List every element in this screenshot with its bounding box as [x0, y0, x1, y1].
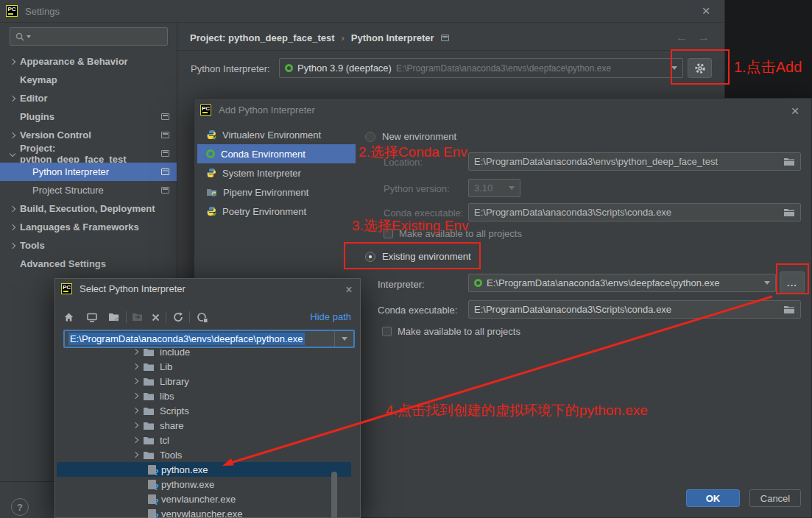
existing-interpreter-combobox[interactable]: E:\ProgramData\anaconda3\envs\deepface\p… — [468, 274, 776, 292]
folder-icon — [143, 362, 155, 372]
env-type-virtualenv[interactable]: Virtualenv Environment — [197, 125, 356, 144]
new-folder-icon[interactable] — [105, 308, 123, 326]
env-type-system[interactable]: System Interpreter — [197, 163, 356, 182]
interpreter-combobox[interactable]: Python 3.9 (deepface) E:\ProgramData\ana… — [279, 58, 683, 78]
conda-env-icon — [474, 279, 482, 287]
settings-page-icon — [161, 113, 169, 120]
radio-selected-icon[interactable] — [365, 252, 375, 262]
location-field[interactable]: E:\ProgramData\anaconda3\envs\python_dee… — [468, 152, 801, 171]
existing-environment-option[interactable]: Existing environment — [365, 251, 471, 262]
tree-item-lib[interactable]: Lib — [57, 359, 351, 374]
expand-right-icon — [133, 437, 138, 443]
conda-executable-label-2: Conda executable: — [378, 305, 457, 316]
breadcrumb-page: Python Interpreter — [351, 32, 434, 43]
env-type-conda[interactable]: Conda Environment — [197, 144, 356, 163]
conda-executable-label: Conda executable: — [384, 207, 463, 219]
env-type-pipenv[interactable]: Pipenv Environment — [197, 182, 356, 202]
chevron-down-icon[interactable] — [764, 281, 770, 285]
folder-browse-icon[interactable] — [783, 207, 795, 217]
show-hidden-files-icon[interactable] — [194, 308, 211, 326]
nav-back-icon[interactable]: ← — [676, 31, 688, 44]
chevron-down-icon — [509, 186, 515, 190]
sidebar-item-editor[interactable]: Editor — [0, 89, 177, 107]
hide-path-link[interactable]: Hide path — [310, 311, 351, 322]
delete-icon[interactable] — [146, 308, 164, 326]
tree-item-libs[interactable]: libs — [57, 388, 351, 403]
tree-scrollbar[interactable] — [331, 472, 337, 518]
expand-right-icon — [133, 393, 138, 399]
make-available-checkbox-row-1[interactable]: Make available to all projects — [384, 228, 522, 239]
sidebar-item-project[interactable]: Project: python_deep_face_test — [0, 144, 177, 163]
home-icon[interactable] — [60, 308, 77, 326]
sidebar-item-advanced-settings[interactable]: Advanced Settings — [0, 255, 177, 273]
folder-icon — [143, 347, 155, 357]
sidebar-item-tools[interactable]: Tools — [0, 236, 177, 255]
search-icon — [15, 32, 25, 42]
expand-right-icon — [133, 349, 138, 355]
env-type-poetry[interactable]: Poetry Environment — [197, 202, 356, 221]
conda-executable-field[interactable]: E:\ProgramData\anaconda3\Scripts\conda.e… — [468, 203, 801, 221]
cancel-button[interactable]: Cancel — [749, 489, 801, 507]
breadcrumb-project[interactable]: Project: python_deep_face_test — [190, 32, 335, 43]
gear-icon — [693, 62, 707, 75]
select-dialog-title: Select Python Interpreter — [80, 283, 186, 294]
tree-item-scripts[interactable]: Scripts — [57, 403, 351, 418]
interpreter-field-label: Python Interpreter: — [191, 63, 270, 74]
sidebar-item-languages-frameworks[interactable]: Languages & Frameworks — [0, 218, 177, 236]
checkbox-unchecked-icon[interactable] — [384, 229, 393, 238]
tree-item-venvwlauncher-exe[interactable]: ? venvwlauncher.exe — [57, 506, 351, 518]
python-version-label: Python version: — [384, 183, 450, 194]
folder-browse-icon[interactable] — [783, 305, 795, 314]
desktop-icon[interactable] — [83, 308, 101, 326]
python-version-combobox[interactable]: 3.10 — [468, 179, 520, 197]
expand-right-icon — [133, 452, 138, 458]
tree-item-tools[interactable]: Tools — [57, 447, 351, 462]
tree-item-include[interactable]: include — [57, 344, 351, 359]
settings-close-button[interactable]: × — [696, 1, 716, 21]
radio-unselected-icon[interactable] — [365, 132, 375, 142]
chevron-down-icon[interactable] — [671, 66, 677, 70]
checkbox-unchecked-icon[interactable] — [382, 327, 392, 336]
browse-interpreter-button[interactable]: ... — [780, 272, 805, 294]
executable-file-icon: ? — [148, 480, 156, 489]
sidebar-item-python-interpreter[interactable]: Python Interpreter — [0, 163, 177, 181]
move-to-folder-icon — [129, 308, 146, 326]
tree-item-tcl[interactable]: tcl — [57, 433, 351, 447]
help-button[interactable]: ? — [11, 498, 29, 516]
sidebar-item-project-structure[interactable]: Project Structure — [0, 181, 177, 199]
conda-icon — [206, 149, 215, 158]
folder-icon — [143, 421, 155, 430]
make-available-checkbox-row-2[interactable]: Make available to all projects — [382, 326, 520, 337]
settings-search-input[interactable] — [10, 27, 168, 46]
new-environment-option[interactable]: New environment — [365, 131, 456, 142]
refresh-icon[interactable] — [169, 308, 187, 326]
nav-forward-icon[interactable]: → — [698, 31, 710, 44]
settings-titlebar: PC Settings — [0, 0, 724, 22]
sidebar-item-appearance-behavior[interactable]: Appearance & Behavior — [0, 52, 177, 71]
tree-item-library[interactable]: Library — [57, 374, 351, 388]
folder-icon — [143, 391, 155, 401]
tree-item-venvlauncher-exe[interactable]: ? venvlauncher.exe — [57, 492, 351, 506]
add-dialog-close-button[interactable]: × — [785, 102, 805, 121]
tree-item-share[interactable]: share — [57, 418, 351, 433]
settings-window-title: Settings — [25, 6, 60, 17]
interpreter-gear-button[interactable] — [688, 58, 712, 78]
folder-browse-icon[interactable] — [783, 157, 795, 166]
tree-item-pythonw-exe[interactable]: ? pythonw.exe — [57, 477, 351, 492]
tree-item-python-exe[interactable]: ? python.exe — [57, 462, 351, 477]
settings-page-icon — [161, 150, 169, 157]
add-dialog-title: Add Python Interpreter — [219, 104, 315, 116]
select-dialog-close-button[interactable]: × — [339, 280, 359, 299]
executable-file-icon: ? — [148, 465, 156, 475]
ok-button[interactable]: OK — [686, 489, 740, 507]
sidebar-item-version-control[interactable]: Version Control — [0, 126, 177, 144]
path-value-selected-text: E:\ProgramData\anaconda3\envs\deepface\p… — [68, 333, 305, 345]
sidebar-item-keymap[interactable]: Keymap — [0, 71, 177, 89]
sidebar-item-plugins[interactable]: Plugins — [0, 107, 177, 126]
breadcrumb: Project: python_deep_face_test › Python … — [190, 32, 449, 43]
sidebar-item-build-execution-deployment[interactable]: Build, Execution, Deployment — [0, 199, 177, 218]
expand-right-icon — [133, 363, 138, 369]
annotation-step1: 1.点击Add — [734, 57, 802, 77]
settings-page-icon — [161, 187, 169, 194]
conda-executable-field-2[interactable]: E:\ProgramData\anaconda3\Scripts\conda.e… — [468, 300, 801, 319]
